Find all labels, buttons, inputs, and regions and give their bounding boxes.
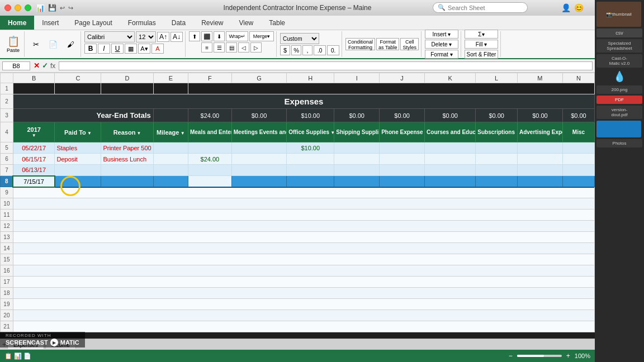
cell-e6[interactable] <box>153 154 188 165</box>
tab-review[interactable]: Review <box>193 16 231 30</box>
align-top-button[interactable]: ⬆ <box>189 31 200 41</box>
col-header-i[interactable]: I <box>334 73 380 83</box>
cell-j7[interactable] <box>380 165 425 176</box>
col-header-f[interactable]: F <box>188 73 231 83</box>
cell-c8[interactable] <box>55 176 101 187</box>
col-header-k[interactable]: K <box>425 73 476 83</box>
cell-e1[interactable] <box>153 83 188 94</box>
cell-yearend-k[interactable]: $0.00 <box>425 109 476 122</box>
border-button[interactable]: ▦ <box>125 44 137 54</box>
col-header-h[interactable]: H <box>287 73 334 83</box>
align-left-button[interactable]: ≡ <box>201 42 212 53</box>
currency-button[interactable]: $ <box>280 45 290 55</box>
cell-row12[interactable] <box>13 221 594 232</box>
delete-button[interactable]: Delete ▾ <box>425 40 458 49</box>
file-item-cast-o-matic[interactable]: Cast-O-Matic v2.0 <box>596 54 642 68</box>
font-color-button[interactable]: A <box>151 44 164 54</box>
merge-button[interactable]: Merge▾ <box>249 31 274 41</box>
cell-m7[interactable] <box>517 165 562 176</box>
cell-row17[interactable] <box>13 277 594 288</box>
underline-button[interactable]: U <box>111 44 124 54</box>
decrease-indent-button[interactable]: ◁ <box>238 42 249 53</box>
cell-d5[interactable]: Printer Paper 500 sheets <box>101 142 153 154</box>
percent-button[interactable]: % <box>291 45 301 55</box>
cell-d6[interactable]: Business Lunch <box>101 154 153 165</box>
cell-row18[interactable] <box>13 288 594 299</box>
wrap-text-button[interactable]: Wrap↵ <box>226 31 248 41</box>
cell-b1[interactable] <box>13 83 55 94</box>
col-header-b[interactable]: B <box>13 73 55 83</box>
cell-yearend-label[interactable]: Year-End Totals <box>13 109 153 122</box>
file-item-200png[interactable]: 200.png <box>596 85 642 94</box>
font-size-select[interactable]: 12 <box>136 31 156 42</box>
file-item-pdf[interactable]: PDF <box>596 96 642 104</box>
cell-c7[interactable] <box>55 165 101 176</box>
cell-g7[interactable] <box>231 165 287 176</box>
zoom-out-button[interactable]: − <box>509 352 513 360</box>
formula-confirm-icon[interactable]: ✓ <box>42 61 48 70</box>
cell-m6[interactable] <box>517 154 562 165</box>
cell-meetings-header[interactable]: Meetings Events and Venues ▼ <box>231 122 287 142</box>
cell-i6[interactable] <box>334 154 380 165</box>
comma-button[interactable]: , <box>302 45 312 55</box>
cell-subscriptions-header[interactable]: Subscriptions ▼ <box>476 122 518 142</box>
cell-k7[interactable] <box>425 165 476 176</box>
cell-styles-button[interactable]: CellStyles <box>400 38 419 50</box>
cell-c6[interactable]: Deposit <box>55 154 101 165</box>
cell-j6[interactable] <box>380 154 425 165</box>
conditional-formatting-button[interactable]: ConditionalFormatting <box>345 38 375 50</box>
format-painter-button[interactable]: 🖌 <box>63 39 78 50</box>
file-item-photos[interactable]: Photos <box>596 139 642 147</box>
number-format-select[interactable]: Custom <box>280 33 319 44</box>
cell-yearend-l[interactable]: $0.00 <box>476 109 518 122</box>
cell-f8[interactable] <box>188 176 231 187</box>
cell-row10[interactable] <box>13 198 594 209</box>
tab-page-layout[interactable]: Page Layout <box>67 16 120 30</box>
cell-j8[interactable] <box>380 176 425 187</box>
cell-yearend-g[interactable]: $0.00 <box>231 109 287 122</box>
close-button[interactable] <box>4 4 11 11</box>
maximize-button[interactable] <box>25 4 31 11</box>
increase-decimal-button[interactable]: .0 <box>314 45 326 55</box>
cell-yearend-n[interactable]: $0.00 <box>562 109 594 122</box>
cell-paidto-header[interactable]: Paid To ▼ <box>55 122 101 142</box>
cell-e5[interactable] <box>153 142 188 154</box>
cell-d1[interactable] <box>101 83 153 94</box>
cell-d7[interactable] <box>101 165 153 176</box>
cell-h8[interactable] <box>287 176 334 187</box>
zoom-in-button[interactable]: + <box>566 352 570 360</box>
cell-yearend-e[interactable] <box>153 109 188 122</box>
cell-n6[interactable] <box>562 154 594 165</box>
tab-home[interactable]: Home <box>0 16 34 30</box>
cell-l8[interactable] <box>476 176 518 187</box>
format-as-table-button[interactable]: Formatas Table <box>376 38 399 50</box>
align-center-button[interactable]: ☰ <box>214 42 225 53</box>
align-middle-button[interactable]: ⬛ <box>201 31 212 41</box>
cell-yearend-m[interactable]: $0.00 <box>517 109 562 122</box>
cell-supplies-header[interactable]: Office Supplies ▼ <box>287 122 334 142</box>
cell-h7[interactable] <box>287 165 334 176</box>
file-item-specialized[interactable]: SpecializedSpreadsheet <box>596 39 642 53</box>
cell-f7[interactable] <box>188 165 231 176</box>
cell-g8[interactable] <box>231 176 287 187</box>
cell-d8[interactable] <box>101 176 153 187</box>
tab-view[interactable]: View <box>231 16 261 30</box>
cell-b7[interactable]: 06/13/17 <box>13 165 55 176</box>
cell-c5[interactable]: Staples <box>55 142 101 154</box>
cell-courses-header[interactable]: Courses and Education ▼ <box>425 122 476 142</box>
col-header-c[interactable]: C <box>55 73 101 83</box>
cell-meals-header[interactable]: Meals and Entertainment ▼ <box>188 122 231 142</box>
formula-input[interactable]: 7/15/17 <box>59 61 593 70</box>
cell-row11[interactable] <box>13 209 594 221</box>
decrease-font-button[interactable]: A↓ <box>171 32 183 42</box>
formula-cancel-icon[interactable]: ✕ <box>34 61 40 70</box>
cell-l5[interactable] <box>476 142 518 154</box>
cell-expenses-header[interactable]: Expenses <box>13 94 594 109</box>
cell-reference-input[interactable] <box>2 61 30 70</box>
user-add-icon[interactable]: 👤 <box>561 3 571 12</box>
cell-l6[interactable] <box>476 154 518 165</box>
cell-yearend-f[interactable]: $24.00 <box>188 109 231 122</box>
col-header-l[interactable]: L <box>476 73 518 83</box>
cell-m8[interactable] <box>517 176 562 187</box>
decrease-decimal-button[interactable]: 0. <box>327 45 339 55</box>
